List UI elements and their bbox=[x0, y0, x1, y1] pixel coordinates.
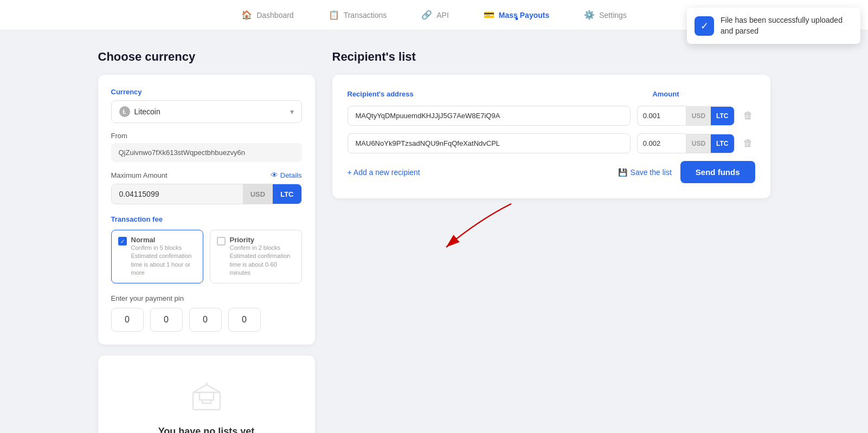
floppy-disk-icon: 💾 bbox=[618, 168, 627, 177]
recipient-amount-input-1[interactable] bbox=[637, 106, 686, 126]
currency-label: Currency bbox=[111, 88, 302, 96]
active-indicator bbox=[515, 17, 518, 20]
nav-settings[interactable]: ⚙️ Settings bbox=[580, 8, 631, 22]
empty-box-icon bbox=[188, 377, 226, 415]
recipients-card: Recipient's address Amount USD LTC 🗑 bbox=[332, 75, 770, 198]
home-icon: 🏠 bbox=[241, 10, 252, 20]
fee-normal-name: Normal bbox=[131, 236, 196, 244]
max-amount-value: 0.04115099 bbox=[112, 184, 243, 204]
nav-settings-label: Settings bbox=[599, 11, 627, 20]
amount-currency-toggle-2: USD LTC bbox=[686, 134, 735, 153]
ltc-toggle-btn[interactable]: LTC bbox=[273, 184, 301, 204]
litecoin-icon: Ł bbox=[119, 106, 130, 117]
fee-priority-est: Estimated confirmation time is about 0-6… bbox=[230, 252, 295, 277]
ltc-btn-1[interactable]: LTC bbox=[711, 107, 734, 125]
recipient-address-input-2[interactable] bbox=[348, 133, 631, 153]
nav-transactions[interactable]: 📋 Transactions bbox=[324, 8, 391, 22]
choose-currency-title: Choose currency bbox=[98, 50, 315, 64]
recipient-amount-group-2: USD LTC bbox=[637, 133, 735, 153]
fee-options: ✓ Normal Confirm in 5 blocks Estimated c… bbox=[111, 230, 302, 283]
save-list-button[interactable]: 💾 Save the list bbox=[618, 168, 672, 177]
usd-btn-1[interactable]: USD bbox=[686, 107, 711, 125]
recipient-row-1: USD LTC 🗑 bbox=[348, 106, 755, 126]
details-link[interactable]: 👁 Details bbox=[271, 171, 302, 179]
right-panel: Recipient's list Recipient's address Amo… bbox=[332, 50, 770, 433]
currency-toggle: USD LTC bbox=[243, 184, 301, 204]
nav-transactions-label: Transactions bbox=[344, 11, 387, 20]
max-amount-label: Maximum Amount bbox=[111, 171, 168, 179]
usd-toggle-btn[interactable]: USD bbox=[243, 184, 273, 204]
add-recipient-button[interactable]: + Add a new recipient bbox=[348, 168, 420, 177]
recipient-address-input-1[interactable] bbox=[348, 106, 631, 126]
pin-inputs bbox=[111, 308, 302, 332]
recipients-title: Recipient's list bbox=[332, 50, 770, 64]
usd-btn-2[interactable]: USD bbox=[686, 134, 711, 153]
fee-normal-est: Estimated confirmation time is about 1 h… bbox=[131, 252, 196, 277]
nav-api-label: API bbox=[436, 11, 449, 20]
toast-notification: ✓ File has been successfully uploaded an… bbox=[687, 8, 860, 44]
api-icon: 🔗 bbox=[421, 10, 432, 20]
toast-check-icon: ✓ bbox=[695, 16, 714, 36]
currency-value: Litecoin bbox=[134, 107, 160, 116]
amount-display: 0.04115099 USD LTC bbox=[111, 184, 302, 204]
main-content: Choose currency Currency Ł Litecoin ▾ Fr… bbox=[55, 30, 814, 433]
ltc-btn-2[interactable]: LTC bbox=[711, 134, 734, 153]
transactions-icon: 📋 bbox=[329, 10, 339, 20]
mass-payouts-icon: 💳 bbox=[484, 10, 494, 20]
fee-normal-option[interactable]: ✓ Normal Confirm in 5 blocks Estimated c… bbox=[111, 230, 203, 283]
no-lists-card: You have no lists yet bbox=[98, 356, 315, 433]
recipient-row-2: USD LTC 🗑 bbox=[348, 133, 755, 153]
recipient-header: Recipient's address Amount bbox=[348, 90, 755, 98]
amount-currency-toggle-1: USD LTC bbox=[686, 106, 735, 126]
nav-mass-payouts-label: Mass Payouts bbox=[499, 11, 549, 20]
arrow-annotation bbox=[332, 198, 770, 263]
recipient-amount-group-1: USD LTC bbox=[637, 106, 735, 126]
nav-dashboard[interactable]: 🏠 Dashboard bbox=[237, 8, 298, 22]
pin-input-3[interactable] bbox=[189, 308, 222, 332]
toast-message: File has been successfully uploaded and … bbox=[721, 15, 850, 36]
nav-api[interactable]: 🔗 API bbox=[417, 8, 453, 22]
from-label: From bbox=[111, 132, 302, 140]
currency-select[interactable]: Ł Litecoin ▾ bbox=[111, 100, 302, 123]
fee-normal-desc: Confirm in 5 blocks bbox=[131, 244, 196, 252]
amount-col-label: Amount bbox=[652, 90, 679, 98]
svg-rect-0 bbox=[193, 392, 220, 410]
pin-label: Enter your payment pin bbox=[111, 294, 302, 302]
pin-input-1[interactable] bbox=[111, 308, 144, 332]
eye-icon: 👁 bbox=[271, 171, 278, 179]
pin-input-2[interactable] bbox=[150, 308, 183, 332]
send-funds-button[interactable]: Send funds bbox=[680, 161, 755, 183]
settings-icon: ⚙️ bbox=[584, 10, 595, 20]
fee-label: Transaction fee bbox=[111, 215, 302, 223]
delete-recipient-1[interactable]: 🗑 bbox=[741, 108, 755, 124]
fee-priority-option[interactable]: Priority Confirm in 2 blocks Estimated c… bbox=[210, 230, 302, 283]
no-lists-text: You have no lists yet bbox=[111, 426, 302, 433]
delete-recipient-2[interactable]: 🗑 bbox=[741, 135, 755, 151]
pin-input-4[interactable] bbox=[228, 308, 261, 332]
fee-priority-name: Priority bbox=[230, 236, 295, 244]
nav-mass-payouts[interactable]: 💳 Mass Payouts bbox=[479, 8, 554, 22]
from-address: QjZuivnwo7fXk613stWqpectbhbuezvy6n bbox=[111, 143, 302, 162]
priority-checkbox[interactable] bbox=[217, 237, 226, 245]
chevron-down-icon: ▾ bbox=[290, 107, 294, 116]
recipient-amount-input-2[interactable] bbox=[637, 133, 686, 153]
normal-checkbox[interactable]: ✓ bbox=[118, 237, 127, 245]
currency-card: Currency Ł Litecoin ▾ From QjZuivnwo7fXk… bbox=[98, 75, 315, 345]
fee-priority-desc: Confirm in 2 blocks bbox=[230, 244, 295, 252]
arrow-svg bbox=[414, 198, 631, 263]
nav-dashboard-label: Dashboard bbox=[256, 11, 294, 20]
address-col-label: Recipient's address bbox=[348, 90, 414, 98]
recipients-actions: + Add a new recipient 💾 Save the list Se… bbox=[348, 161, 755, 183]
left-panel: Choose currency Currency Ł Litecoin ▾ Fr… bbox=[98, 50, 315, 433]
